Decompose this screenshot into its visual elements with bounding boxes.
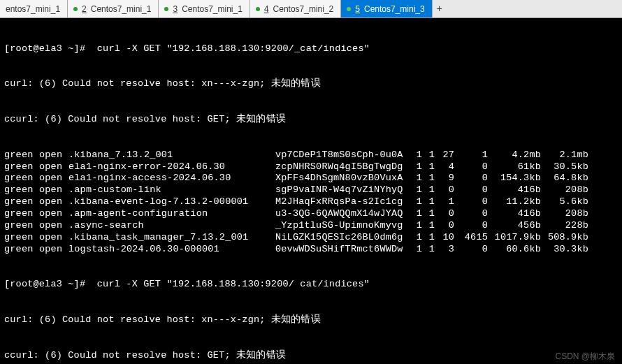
cell: 1 — [410, 208, 422, 220]
cell: open — [39, 220, 68, 232]
cell: M2JHaqFxRRqsPa-s2Ic1cg — [275, 196, 410, 208]
cell: 1017.9kb — [488, 232, 541, 244]
cell: 0 — [454, 220, 488, 232]
cell: 416b — [488, 184, 541, 196]
cell: open — [39, 184, 68, 196]
cell: green — [4, 184, 39, 196]
cell: 1 — [435, 196, 454, 208]
cell: green — [4, 173, 39, 184]
cell: 30.5kb — [541, 161, 588, 173]
cell: 2.1mb — [541, 150, 588, 161]
prompt-line: [root@ela3 ~]# curl -X GET "192.168.188.… — [4, 279, 618, 291]
index-row: greenopen.kibana-event-log-7.13.2-000001… — [4, 196, 618, 208]
cell: open — [39, 150, 68, 161]
tab-label: Centos7_mini_2 — [273, 4, 334, 14]
cell: 0evwWDSuSHifTRmct6WWDw — [275, 244, 410, 256]
cell: 1 — [410, 184, 422, 196]
cell: 0 — [454, 196, 488, 208]
cell: .kibana-event-log-7.13.2-000001 — [68, 196, 275, 208]
tab-2[interactable]: 2 Centos7_mini_1 — [68, 0, 159, 17]
cell: 1 — [410, 232, 422, 244]
cell: 11.2kb — [488, 196, 541, 208]
index-row: greenopenlogstash-2024.06.30-0000010evwW… — [4, 244, 618, 256]
watermark: CSDN @柳木泉 — [555, 351, 615, 363]
status-dot-icon — [347, 7, 351, 11]
index-row: greenopenela1-nginx-error-2024.06.30zcpN… — [4, 161, 618, 173]
cell: 4.2mb — [488, 150, 541, 161]
cell: 0 — [454, 208, 488, 220]
tab-num: 3 — [173, 4, 178, 14]
cell: 1 — [410, 196, 422, 208]
cell: green — [4, 161, 39, 173]
cell: 416b — [488, 208, 541, 220]
cell: 208b — [541, 208, 588, 220]
cell: open — [39, 232, 68, 244]
cell: 1 — [422, 196, 435, 208]
cell: open — [39, 161, 68, 173]
cell: ela1-nginx-error-2024.06.30 — [68, 161, 275, 173]
cell: green — [4, 232, 39, 244]
terminal-output[interactable]: [root@ela3 ~]# curl -X GET "192.168.188.… — [0, 18, 622, 364]
cell: 1 — [422, 150, 435, 161]
cell: .kibana_7.13.2_001 — [68, 150, 275, 161]
cell: u3-3QG-6QAWQQmX14wJYAQ — [275, 208, 410, 220]
index-row: greenopen.async-search_Yzp1tluSG-UpimnoK… — [4, 220, 618, 232]
cell: green — [4, 220, 39, 232]
plus-icon: + — [436, 3, 442, 15]
cell: green — [4, 150, 39, 161]
cell: 1 — [422, 208, 435, 220]
prompt-line: [root@ela3 ~]# curl -X GET "192.168.188.… — [4, 43, 618, 55]
cell: 228b — [541, 220, 588, 232]
cell: ela1-nginx-access-2024.06.30 — [68, 173, 275, 184]
cell: green — [4, 244, 39, 256]
cell: 1 — [410, 244, 422, 256]
cell: 154.3kb — [488, 173, 541, 184]
tab-label: Centos7_mini_1 — [182, 4, 243, 14]
cell: green — [4, 208, 39, 220]
cell: .async-search — [68, 220, 275, 232]
cell: _Yzp1tluSG-UpimnoKmyvg — [275, 220, 410, 232]
cell: 1 — [422, 173, 435, 184]
cell: 1 — [410, 173, 422, 184]
cell: 508.9kb — [541, 232, 588, 244]
tab-3[interactable]: 3 Centos7_mini_1 — [159, 0, 249, 17]
cell: open — [39, 244, 68, 256]
cell: logstash-2024.06.30-000001 — [68, 244, 275, 256]
cell: 0 — [435, 208, 454, 220]
cell: 1 — [422, 232, 435, 244]
status-dot-icon — [164, 7, 168, 11]
cell: 208b — [541, 184, 588, 196]
cell: vp7CDeP1T8mS0sCph-0u0A — [275, 150, 410, 161]
cell: 4 — [435, 161, 454, 173]
cell: NiLGZK15QESIc26BL0dm6g — [275, 232, 410, 244]
index-row: greenopen.apm-agent-configurationu3-3QG-… — [4, 208, 618, 220]
tab-num: 5 — [355, 4, 360, 14]
cell: 27 — [435, 150, 454, 161]
new-tab-button[interactable]: + — [433, 0, 447, 17]
cell: open — [39, 173, 68, 184]
cell: 60.6kb — [488, 244, 541, 256]
tab-5-active[interactable]: 5 Centos7_mini_3 — [341, 0, 432, 17]
tab-num: 4 — [264, 4, 269, 14]
tab-num: 2 — [82, 4, 87, 14]
cell: 10 — [435, 232, 454, 244]
tab-label: Centos7_mini_3 — [364, 4, 425, 14]
cell: 30.3kb — [541, 244, 588, 256]
cell: 61kb — [488, 161, 541, 173]
tab-1[interactable]: entos7_mini_1 — [0, 0, 68, 17]
error-line: curl: (6) Could not resolve host: xn---x… — [4, 78, 618, 90]
cell: 1 — [410, 161, 422, 173]
index-row: greenopen.kibana_task_manager_7.13.2_001… — [4, 232, 618, 244]
cell: 0 — [435, 220, 454, 232]
tab-label: entos7_mini_1 — [6, 4, 60, 14]
cell: green — [4, 196, 39, 208]
status-dot-icon — [73, 7, 78, 11]
cell: 0 — [435, 184, 454, 196]
error-line: ccurl: (6) Could not resolve host: GET; … — [4, 350, 618, 362]
cell: 456b — [488, 220, 541, 232]
cell: .kibana_task_manager_7.13.2_001 — [68, 232, 275, 244]
tab-4[interactable]: 4 Centos7_mini_2 — [250, 0, 341, 17]
cell: zcpNHRS0RWq4gI5BgTwgDg — [275, 161, 410, 173]
cell: .apm-custom-link — [68, 184, 275, 196]
cell: 1 — [410, 220, 422, 232]
